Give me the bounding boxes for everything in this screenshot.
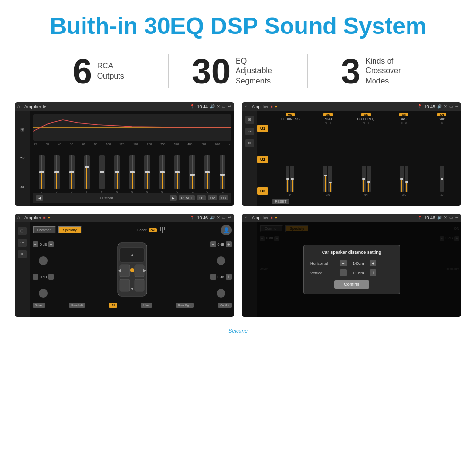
amp-bass-s2[interactable] <box>405 166 408 192</box>
eq-slider-13[interactable]: -1 <box>220 155 225 193</box>
stat-crossover: 3 Kinds ofCrossover Modes <box>308 54 447 89</box>
amp-bass-on[interactable]: ON <box>399 113 408 116</box>
dialog-vertical-plus[interactable]: + <box>370 269 376 276</box>
spk-lb-db: 0 dB <box>40 275 47 279</box>
amp-reset-button[interactable]: RESET <box>272 199 289 204</box>
eq-next-button[interactable]: ▶ <box>170 195 177 201</box>
eq-slider-6[interactable]: 0 <box>114 155 120 193</box>
dlg-status-bar: ⌂ Amplifier ■ ● 📍 10:46 🔊 ✕ ▭ ↩ <box>242 214 461 222</box>
eq-slider-8[interactable]: 0 <box>144 155 150 193</box>
car-distance-dialog: Car speaker distance setting Horizontal … <box>303 245 400 294</box>
amp-phat-on[interactable]: ON <box>323 113 333 116</box>
amp-cutfreq-s2[interactable] <box>367 166 371 192</box>
spk-user-btn[interactable]: User <box>141 303 152 308</box>
eq-slider-11[interactable]: -1 <box>189 155 195 193</box>
amp-loudness-s2[interactable] <box>290 166 294 192</box>
amp-home-icon[interactable]: ⌂ <box>245 104 248 109</box>
eq-slider-10[interactable]: 0 <box>174 155 180 193</box>
spk-window-icon: ▭ <box>222 216 226 220</box>
eq-home-icon[interactable]: ⌂ <box>17 104 20 109</box>
eq-slider-5[interactable]: 0 <box>99 155 105 193</box>
spk-icon-1[interactable]: ⊞ <box>18 227 27 235</box>
spk-fader-on[interactable]: ON <box>149 228 157 232</box>
amp-body: ⊞ 〜 ⇔ U1 U2 U3 ON LOUDNESS <box>242 111 461 206</box>
spk-home-icon[interactable]: ⌂ <box>17 215 20 220</box>
eq-tune-icon[interactable]: ⊞ <box>17 125 27 134</box>
spk-rb-plus[interactable]: + <box>226 274 232 280</box>
svg-text:◀: ◀ <box>118 268 121 273</box>
eq-wave-icon[interactable]: 〜 <box>17 153 27 163</box>
amp-x-icon: ✕ <box>444 104 447 109</box>
amp-screen: ⌂ Amplifier ■ ● 📍 10:45 🔊 ✕ ▭ ↩ ⊞ 〜 ⇔ <box>242 102 461 206</box>
spk-lb-minus[interactable]: − <box>33 274 38 280</box>
eq-u2-button[interactable]: U2 <box>208 195 217 200</box>
spk-icon-2[interactable]: 〜 <box>18 239 27 247</box>
spk-rb-minus[interactable]: − <box>210 274 216 280</box>
spk-speaker-icon-rb <box>217 289 225 298</box>
spk-copilot-btn[interactable]: Copilot <box>218 303 232 308</box>
amp-icon-3[interactable]: ⇔ <box>245 139 254 147</box>
spk-rt-plus[interactable]: + <box>226 241 232 247</box>
eq-slider-4[interactable]: 5 <box>84 155 90 193</box>
spk-rearleft-btn[interactable]: RearLeft <box>69 303 85 308</box>
spk-driver-btn[interactable]: Driver <box>33 303 45 308</box>
eq-window-icon: ▭ <box>222 104 226 109</box>
spk-rb-db: 0 dB <box>218 275 224 279</box>
spk-lt-minus[interactable]: − <box>33 241 38 247</box>
amp-sub-on[interactable]: ON <box>437 113 446 116</box>
spk-rearright-btn[interactable]: RearRight <box>176 303 194 308</box>
spk-rt-minus[interactable]: − <box>210 241 216 247</box>
amp-time: 10:45 <box>424 104 435 109</box>
amp-sub-s1[interactable] <box>440 166 444 192</box>
eq-reset-button[interactable]: RESET <box>179 195 195 200</box>
spk-all-btn[interactable]: All <box>109 303 117 308</box>
amp-u2-button[interactable]: U2 <box>257 156 268 163</box>
spk-zone-buttons: Driver RearLeft All User RearRight Copil… <box>33 303 232 308</box>
spk-icon-3[interactable]: ⇔ <box>18 250 27 258</box>
dialog-vertical-minus[interactable]: − <box>340 269 347 276</box>
eq-slider-3[interactable]: 0 <box>69 155 75 193</box>
eq-u3-button[interactable]: U3 <box>219 195 228 200</box>
amp-cutfreq-s1[interactable] <box>362 166 366 192</box>
amp-phat-s1[interactable] <box>323 166 327 192</box>
eq-slider-9[interactable]: 0 <box>159 155 165 193</box>
confirm-button[interactable]: Confirm <box>334 280 369 289</box>
spk-common-tab[interactable]: Common <box>33 226 56 233</box>
eq-slider-12[interactable]: 0 <box>204 155 210 193</box>
dlg-home-icon[interactable]: ⌂ <box>245 215 248 220</box>
stat-rca: 6 RCAOutputs <box>29 54 168 89</box>
amp-icon-2[interactable]: 〜 <box>245 128 254 135</box>
eq-expand-icon[interactable]: ⇔ <box>17 183 27 192</box>
spk-profile-icon[interactable]: 👤 <box>221 225 232 235</box>
eq-back-icon: ↩ <box>228 104 231 109</box>
amp-u3-button[interactable]: U3 <box>257 187 268 195</box>
watermark: Seicane <box>0 327 476 337</box>
dlg-dot-icon: ● <box>275 216 277 220</box>
dialog-horizontal-minus[interactable]: − <box>340 260 347 266</box>
amp-ch-sub: ON SUB G <box>424 113 460 125</box>
svg-rect-5 <box>120 279 130 291</box>
amp-loudness-s1[interactable] <box>286 166 289 192</box>
eq-prev-button[interactable]: ◀ <box>36 195 43 201</box>
amp-u1-button[interactable]: U1 <box>257 125 268 132</box>
eq-slider-2[interactable]: 0 <box>54 155 60 193</box>
spk-lb-plus[interactable]: + <box>48 274 54 280</box>
amp-bass-s1[interactable] <box>400 166 404 192</box>
amp-cutfreq-on[interactable]: ON <box>361 113 371 116</box>
dlg-x-icon: ✕ <box>444 216 447 220</box>
eq-slider-1[interactable]: 0 <box>39 155 45 193</box>
amp-loudness-on[interactable]: ON <box>286 113 295 116</box>
amp-phat-s2[interactable] <box>328 166 332 192</box>
eq-volume-icon: 🔊 <box>210 104 215 109</box>
dlg-window-icon: ▭ <box>449 216 453 220</box>
spk-status-icons: 📍 10:46 🔊 ✕ ▭ ↩ <box>190 216 231 220</box>
dialog-overlay: Car speaker distance setting Horizontal … <box>242 222 461 317</box>
amp-ch-phat: ON PHAT G F <box>310 113 346 125</box>
eq-u1-button[interactable]: U1 <box>197 195 206 200</box>
spk-lt-plus[interactable]: + <box>48 241 54 247</box>
dialog-horizontal-label: Horizontal <box>310 261 337 266</box>
amp-icon-1[interactable]: ⊞ <box>245 116 254 124</box>
spk-specialty-tab[interactable]: Specialty <box>58 226 81 233</box>
dialog-horizontal-plus[interactable]: + <box>370 260 376 266</box>
eq-slider-7[interactable]: 0 <box>129 155 135 193</box>
